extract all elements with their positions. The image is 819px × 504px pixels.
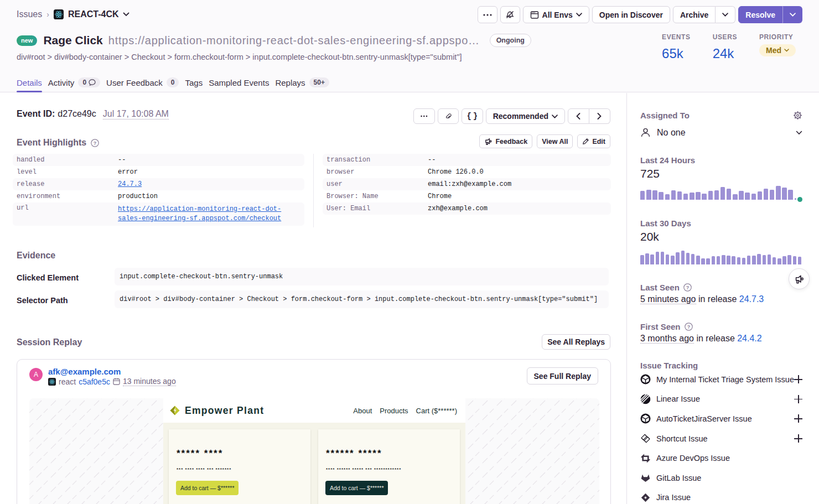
svg-text:?: ? xyxy=(687,324,690,330)
svg-text:?: ? xyxy=(686,285,690,290)
svg-text:?: ? xyxy=(94,140,97,146)
